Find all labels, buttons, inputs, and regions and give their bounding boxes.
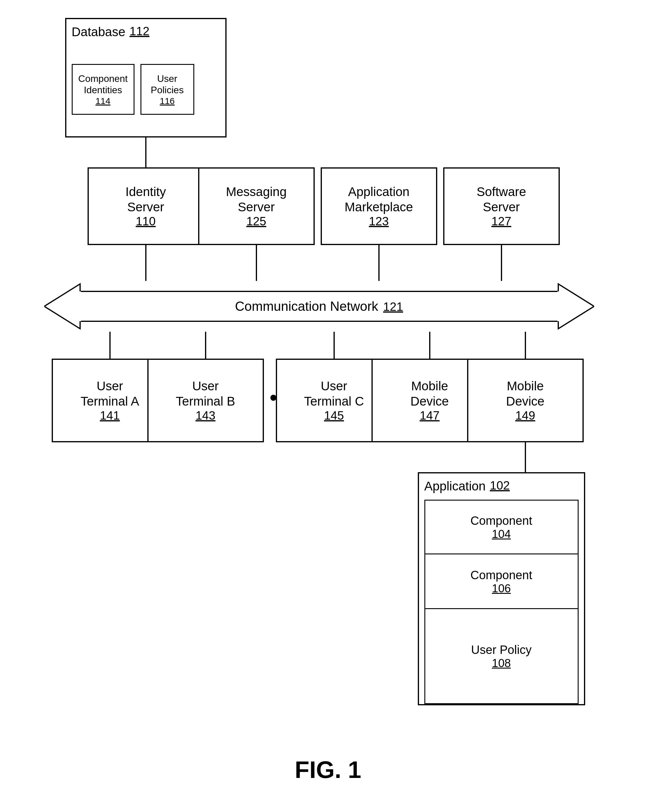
diagram-container: Database 112 Component Identities 114 Us… [29,0,627,18]
network-number: 121 [383,300,403,313]
component-106-box: Component 106 [425,554,578,608]
identity-server-number: 110 [136,215,156,228]
component-106-number: 106 [492,582,511,595]
component-identities-number: 114 [95,96,110,106]
software-server-label: Software Server [477,184,526,215]
mobile-device-149-number: 149 [515,409,535,422]
terminal-a-number: 141 [100,409,120,422]
app-marketplace-box: Application Marketplace 123 [321,167,437,245]
application-label: Application [424,479,486,494]
component-104-label: Component [470,513,532,528]
svg-marker-11 [44,284,80,329]
component-identities-box: Component Identities 114 [72,64,135,115]
terminal-c-label: User Terminal C [304,379,364,409]
connector-lines [29,0,627,18]
terminal-b-label: User Terminal B [176,379,235,409]
software-server-number: 127 [491,215,511,228]
identity-server-box: Identity Server 110 [88,167,204,245]
user-policies-box: User Policies 116 [141,64,194,115]
application-number: 102 [490,479,510,492]
mobile-device-149-label: Mobile Device [506,379,544,409]
user-policy-label: User Policy [471,643,531,657]
mobile-device-147-label: Mobile Device [410,379,449,409]
identity-server-label: Identity Server [125,184,166,215]
messaging-server-number: 125 [246,215,266,228]
application-box: Application 102 Component 104 Component … [418,472,585,705]
component-identities-label: Component Identities [78,73,128,96]
database-box: Database 112 Component Identities 114 Us… [65,18,226,138]
user-policy-box: User Policy 108 [425,609,578,703]
app-marketplace-number: 123 [369,215,389,228]
network-label: Communication Network [235,299,378,314]
component-106-label: Component [470,568,532,582]
figure-label: FIG. 1 [29,756,627,784]
user-policy-number: 108 [492,657,511,670]
component-104-box: Component 104 [425,501,578,554]
database-label: Database [72,25,125,39]
mobile-device-149-box: Mobile Device 149 [467,359,584,442]
messaging-server-box: Messaging Server 125 [198,167,315,245]
svg-marker-13 [558,284,594,329]
messaging-server-label: Messaging Server [226,184,286,215]
mobile-device-147-number: 147 [419,409,439,422]
component-104-number: 104 [492,528,511,541]
user-policies-label: User Policies [151,73,184,96]
terminal-b-box: User Terminal B 143 [147,359,264,442]
software-server-box: Software Server 127 [443,167,560,245]
terminal-a-label: User Terminal A [80,379,139,409]
terminal-c-number: 145 [324,409,344,422]
database-number: 112 [129,25,149,38]
user-policies-number: 116 [159,96,175,106]
terminal-b-number: 143 [195,409,215,422]
communication-network: Communication Network 121 [44,281,594,332]
app-marketplace-label: Application Marketplace [345,184,413,215]
